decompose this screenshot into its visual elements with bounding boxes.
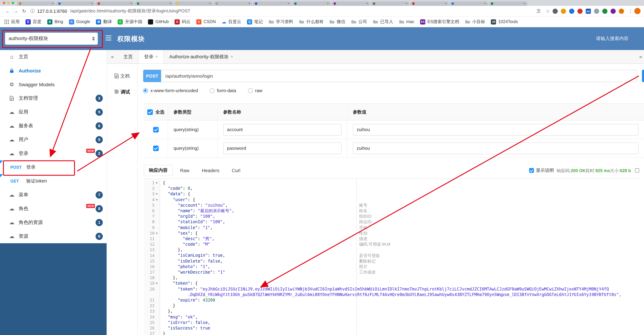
tab-close-icon[interactable]: × [52,2,54,5]
show-description-checkbox[interactable] [529,168,534,173]
browser-tab[interactable]: × [489,2,528,6]
browser-tab[interactable]: × [135,2,174,6]
tab-close-icon[interactable]: × [327,2,329,5]
radio-icon[interactable] [210,88,214,93]
tab-close-icon[interactable]: × [91,2,93,5]
extension-icon[interactable]: jsp [586,8,591,14]
sidebar-item-role[interactable]: ☁角色NEW8 [0,202,106,216]
url-field[interactable]: ⓘ 127.0.0.1:8760 /api/gate/doc.html#/aut… [30,8,550,14]
param-value-input[interactable] [353,124,638,136]
bookmark-gitee[interactable]: G码云 [175,19,190,25]
extension-icon[interactable] [578,8,582,14]
reload-icon[interactable]: ↻ [20,8,28,14]
sidebar-item-swagger-models[interactable]: ⚙Swagger Models [0,78,106,92]
response-tab-raw[interactable]: Raw [175,166,194,176]
send-button[interactable]: 发送 [642,70,644,82]
extension-icon[interactable] [602,8,608,14]
row-checkbox[interactable] [153,146,158,151]
bookmark-apps[interactable]: 应用 [4,19,20,25]
tab-home[interactable]: 主页 [118,50,138,64]
select-all-checkbox[interactable] [147,109,153,115]
bookmark-wechat[interactable]: 微信 [330,19,345,25]
param-name-input[interactable] [223,142,342,154]
sidebar-item-token-get[interactable]: GET验证token [0,174,106,188]
tab-close-icon[interactable]: × [484,2,486,5]
sidebar-item-menu[interactable]: ☁菜单7 [0,188,106,202]
module-select[interactable]: authority-权限模块 [5,32,98,45]
browser-tab[interactable]: × [292,2,331,6]
extension-icon[interactable] [561,8,566,14]
sidebar-item-resources[interactable]: ☁资源6 [0,230,106,243]
fullscreen-icon[interactable] [635,168,639,172]
bookmark-github[interactable]: GitHub [148,19,169,24]
sidebar-item-role-resources[interactable]: ☁角色的资源1 [0,216,106,230]
translate-icon[interactable]: 文 [536,8,541,14]
browser-tab[interactable]: × [371,2,410,6]
sidebar-item-user[interactable]: ☁用户9 [0,133,106,147]
sidebar-item-home[interactable]: ⌂主页 [0,50,106,64]
show-description-toggle[interactable]: 显示说明 [529,167,554,174]
tab-close-icon[interactable]: × [445,2,447,5]
tab-authorize-authority[interactable]: Authorize-authority-权限模块× [164,50,239,64]
profile-avatar[interactable] [634,8,640,14]
tab-close-icon[interactable]: × [406,2,407,5]
tab-close-icon[interactable]: × [130,2,132,5]
radio-icon[interactable] [143,88,148,93]
browser-tab[interactable]: × [56,2,95,6]
rail-item-debug[interactable]: 调试 [107,85,137,99]
endpoint-url[interactable]: /api/authority/anno/login [161,70,637,82]
tab-close-icon[interactable]: × [248,2,250,5]
sidebar-item-login-post[interactable]: POST登录 [0,160,106,174]
bookmark-1024tools[interactable]: 101024Tools [491,19,518,24]
bookmark-mac[interactable]: mac [399,19,414,24]
sidebar-item-authorize[interactable]: Authorize [0,64,106,78]
extension-icon[interactable] [594,8,599,14]
sidebar-item-document-manage[interactable]: 文档管理3 [0,92,106,105]
row-checkbox[interactable] [153,127,158,132]
bookmark-bing[interactable]: BBing [47,19,63,24]
extension-icon[interactable] [619,8,624,14]
fold-caret-icon[interactable]: ▾ [155,192,159,196]
bookmark-baidu[interactable]: 百百度 [26,19,42,25]
bookmark-small-goal[interactable]: 小目标 [465,19,485,25]
browser-tab[interactable]: × [214,2,252,6]
bookmark-study-materials[interactable]: 学习资料 [269,19,293,25]
extension-icon[interactable] [610,8,616,14]
search-input[interactable]: 请输入搜索内容 [596,36,628,42]
close-window-icon[interactable] [3,2,5,4]
rail-item-doc[interactable]: 文档 [107,69,137,83]
response-tab-curl[interactable]: Curl [226,166,246,176]
response-tab-headers[interactable]: Headers [196,166,224,176]
content-type-raw[interactable]: raw [248,88,262,93]
maximize-window-icon[interactable] [12,2,14,4]
bookmark-oschina[interactable]: C开源中国 [118,19,142,25]
content-type-x-www-form-urlencoded[interactable]: x-www-form-urlencoded [143,88,198,93]
window-controls[interactable] [3,0,14,6]
tabs-scroll-left-icon[interactable]: « [107,50,118,64]
browser-tab[interactable]: × [174,2,213,6]
tabs-scroll-right-icon[interactable]: » [639,50,642,64]
bookmark-imported[interactable]: 已导入 [373,19,393,25]
extension-icon[interactable] [569,8,574,14]
bookmark-everything[interactable]: 什么都有 [299,19,324,25]
bookmark-es-docs[interactable]: ESES搜索引擎文档 [420,19,459,25]
back-icon[interactable]: ← [4,8,12,14]
minimize-window-icon[interactable] [7,2,10,4]
bookmark-translate[interactable]: 译翻译 [96,19,112,25]
tab-login[interactable]: 登录× [138,50,164,64]
browser-tab[interactable]: × [410,2,449,6]
sidebar-item-service-table[interactable]: ☁服务表6 [0,119,106,133]
fold-caret-icon[interactable]: ▾ [155,198,159,201]
tab-close-icon[interactable]: × [288,2,290,5]
tab-close-icon[interactable]: × [209,2,211,5]
param-value-input[interactable] [353,142,638,154]
tab-close-icon[interactable]: × [366,2,368,5]
forward-icon[interactable]: → [12,8,20,14]
fold-caret-icon[interactable]: ▾ [155,181,159,184]
hamburger-menu-icon[interactable] [106,36,112,40]
fold-caret-icon[interactable]: ▾ [155,282,159,285]
bookmark-baidu-cloud[interactable]: ☁百度云 [222,19,241,25]
browser-tab[interactable]: × [332,2,370,6]
extension-icon[interactable] [552,8,558,14]
bookmark-google[interactable]: GGoogle [69,19,90,24]
